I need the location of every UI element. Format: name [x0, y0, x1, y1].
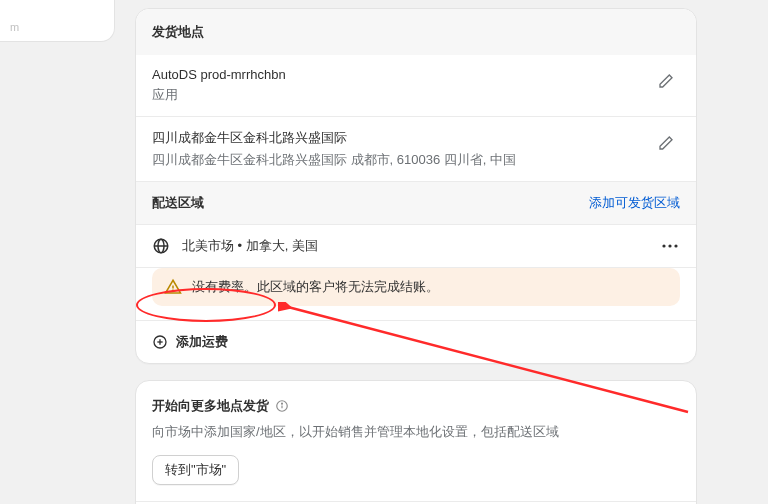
shipping-location-header: 发货地点 [136, 9, 696, 55]
location-row: AutoDS prod-mrrhchbn 应用 [136, 55, 696, 116]
add-shipping-rate-button[interactable]: 添加运费 [136, 320, 696, 363]
pencil-icon [658, 135, 674, 151]
more-locations-card: 开始向更多地点发货 向市场中添加国家/地区，以开始销售并管理本地化设置，包括配送… [135, 380, 697, 504]
zone-more-button[interactable] [660, 244, 680, 248]
add-zone-link[interactable]: 添加可发货区域 [589, 194, 680, 212]
more-locations-title: 开始向更多地点发货 [152, 397, 680, 415]
location-subtext: 四川成都金牛区金科北路兴盛国际 成都市, 610036 四川省, 中国 [152, 151, 516, 169]
edit-location-button[interactable] [652, 67, 680, 95]
plus-circle-icon [152, 334, 168, 350]
svg-point-5 [674, 244, 677, 247]
location-name: AutoDS prod-mrrhchbn [152, 67, 286, 82]
globe-icon [152, 237, 170, 255]
warning-text: 没有费率。此区域的客户将无法完成结账。 [192, 278, 439, 296]
location-row: 四川成都金牛区金科北路兴盛国际 四川成都金牛区金科北路兴盛国际 成都市, 610… [136, 116, 696, 181]
svg-point-13 [282, 403, 283, 404]
pencil-icon [658, 73, 674, 89]
location-name: 四川成都金牛区金科北路兴盛国际 [152, 129, 516, 147]
shipping-location-card: 发货地点 AutoDS prod-mrrhchbn 应用 四川成都金牛区金科北路… [135, 8, 697, 364]
info-icon [275, 399, 289, 413]
edit-location-button[interactable] [652, 129, 680, 157]
delivery-zones-label: 配送区域 [152, 194, 204, 212]
more-locations-desc: 向市场中添加国家/地区，以开始销售并管理本地化设置，包括配送区域 [152, 423, 680, 441]
more-icon [662, 244, 678, 248]
warning-icon [164, 278, 182, 296]
sidebar-stub: m [0, 0, 115, 42]
warning-wrap: 没有费率。此区域的客户将无法完成结账。 [136, 267, 696, 320]
svg-point-3 [662, 244, 665, 247]
delivery-zones-subheader: 配送区域 添加可发货区域 [136, 181, 696, 224]
main-column: 发货地点 AutoDS prod-mrrhchbn 应用 四川成都金牛区金科北路… [135, 8, 697, 504]
svg-point-4 [668, 244, 671, 247]
svg-point-7 [172, 290, 173, 291]
add-shipping-rate-label: 添加运费 [176, 333, 228, 351]
zone-row: 北美市场 • 加拿大, 美国 [136, 224, 696, 267]
zone-title: 北美市场 • 加拿大, 美国 [182, 237, 648, 255]
go-to-markets-button[interactable]: 转到"市场" [152, 455, 239, 485]
location-subtext: 应用 [152, 86, 286, 104]
no-rate-warning: 没有费率。此区域的客户将无法完成结账。 [152, 268, 680, 306]
